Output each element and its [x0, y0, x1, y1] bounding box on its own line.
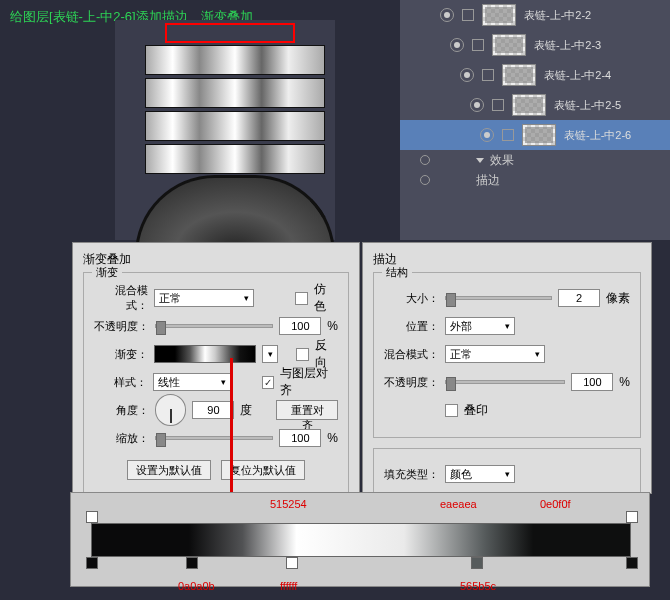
gradient-bar[interactable]	[91, 523, 631, 557]
style-label: 样式：	[94, 375, 147, 390]
size-slider[interactable]	[445, 296, 552, 300]
color-stop[interactable]	[626, 557, 638, 569]
set-default-button[interactable]: 设置为默认值	[127, 460, 211, 480]
blend-mode-label: 混合模式：	[384, 347, 439, 362]
color-stop[interactable]	[471, 557, 483, 569]
reset-default-button[interactable]: 复位为默认值	[221, 460, 305, 480]
gradient-overlay-panel: 渐变叠加 渐变 混合模式：正常仿色 不透明度：% 渐变：反向 样式：线性与图层对…	[72, 242, 360, 494]
visibility-icon[interactable]	[440, 8, 454, 22]
arrow-indicator	[230, 358, 233, 508]
stroke-panel: 描边 结构 大小：像素 位置：外部 混合模式：正常 不透明度：% 叠印 填充类型…	[362, 242, 652, 494]
visibility-icon[interactable]	[420, 155, 430, 165]
dither-checkbox[interactable]	[295, 292, 308, 305]
color-stop[interactable]	[186, 557, 198, 569]
color-value: 515254	[270, 498, 307, 510]
panel-title: 渐变叠加	[83, 251, 349, 268]
scale-input[interactable]	[279, 429, 321, 447]
opacity-stop[interactable]	[626, 511, 638, 523]
watch-preview	[115, 20, 335, 240]
panel-title: 描边	[373, 251, 641, 268]
overprint-checkbox[interactable]	[445, 404, 458, 417]
angle-label: 角度：	[94, 403, 149, 418]
color-value: ffffff	[280, 580, 297, 592]
layer-row[interactable]: 表链-上-中2-3	[400, 30, 670, 60]
opacity-input[interactable]	[279, 317, 321, 335]
overprint-label: 叠印	[464, 402, 488, 419]
group-title: 结构	[382, 265, 412, 280]
visibility-icon[interactable]	[420, 175, 430, 185]
align-checkbox[interactable]	[262, 376, 275, 389]
color-value: 0e0f0f	[540, 498, 571, 510]
gradient-preview[interactable]	[154, 345, 257, 363]
opacity-slider[interactable]	[155, 324, 273, 328]
visibility-icon[interactable]	[460, 68, 474, 82]
visibility-icon[interactable]	[480, 128, 494, 142]
scale-label: 缩放：	[94, 431, 149, 446]
position-select[interactable]: 外部	[445, 317, 515, 335]
opacity-label: 不透明度：	[94, 319, 149, 334]
fill-type-label: 填充类型：	[384, 467, 439, 482]
color-value: 0a0a0b	[178, 580, 215, 592]
opacity-stop[interactable]	[86, 511, 98, 523]
effects-label: 效果	[490, 152, 514, 169]
angle-input[interactable]	[192, 401, 234, 419]
visibility-icon[interactable]	[450, 38, 464, 52]
size-input[interactable]	[558, 289, 600, 307]
align-label: 与图层对齐	[280, 365, 338, 399]
angle-dial[interactable]	[155, 394, 187, 426]
gradient-label: 渐变：	[94, 347, 148, 362]
dither-label: 仿色	[314, 281, 338, 315]
layer-row[interactable]: 表链-上-中2-5	[400, 90, 670, 120]
stroke-effect-label: 描边	[476, 172, 500, 189]
layer-row-selected[interactable]: 表链-上-中2-6	[400, 120, 670, 150]
color-value: eaeaea	[440, 498, 477, 510]
visibility-icon[interactable]	[470, 98, 484, 112]
gradient-dropdown[interactable]	[262, 345, 278, 363]
opacity-slider[interactable]	[445, 380, 565, 384]
group-title: 渐变	[92, 265, 122, 280]
reverse-checkbox[interactable]	[296, 348, 309, 361]
blend-mode-select[interactable]: 正常	[445, 345, 545, 363]
blend-mode-label: 混合模式：	[94, 283, 148, 313]
color-stop[interactable]	[286, 557, 298, 569]
size-label: 大小：	[384, 291, 439, 306]
expand-icon[interactable]	[476, 158, 484, 163]
fill-type-select[interactable]: 颜色	[445, 465, 515, 483]
highlight-box	[165, 23, 295, 43]
style-select[interactable]: 线性	[153, 373, 231, 391]
opacity-label: 不透明度：	[384, 375, 439, 390]
layers-panel: 表链-上-中2-2 表链-上-中2-3 表链-上-中2-4 表链-上-中2-5 …	[400, 0, 670, 240]
scale-slider[interactable]	[155, 436, 273, 440]
position-label: 位置：	[384, 319, 439, 334]
layer-row[interactable]: 表链-上-中2-4	[400, 60, 670, 90]
blend-mode-select[interactable]: 正常	[154, 289, 253, 307]
opacity-input[interactable]	[571, 373, 613, 391]
layer-row[interactable]: 表链-上-中2-2	[400, 0, 670, 30]
color-value: 565b5c	[460, 580, 496, 592]
reset-align-button[interactable]: 重置对齐	[276, 400, 338, 420]
color-stop[interactable]	[86, 557, 98, 569]
